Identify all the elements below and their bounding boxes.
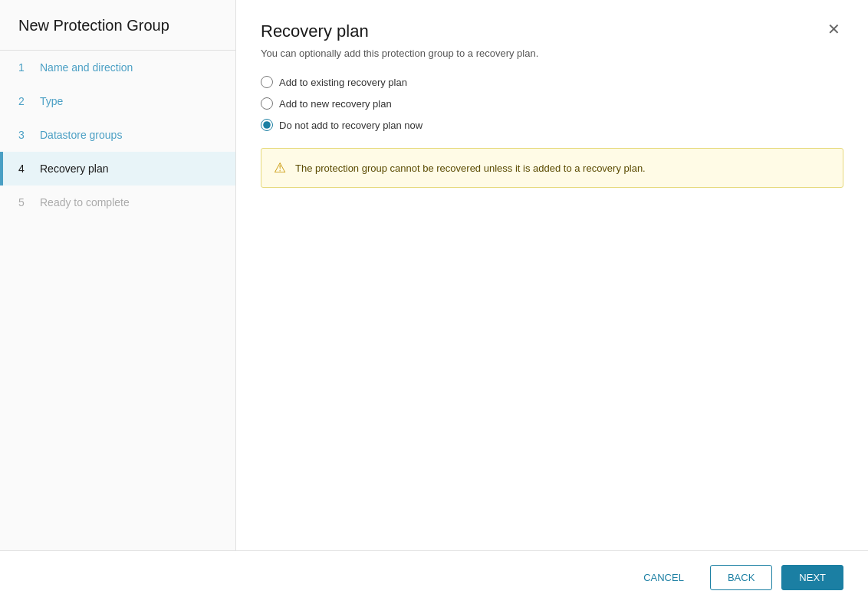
radio-input-2[interactable]	[261, 97, 273, 110]
step-number-3: 3	[18, 129, 32, 141]
step-number-1: 1	[18, 61, 32, 74]
step-label-2: Type	[40, 95, 63, 107]
radio-label-3: Do not add to recovery plan now	[279, 120, 422, 131]
next-button[interactable]: NEXT	[781, 565, 843, 590]
warning-message: The protection group cannot be recovered…	[295, 162, 646, 174]
step-label-1: Name and direction	[40, 61, 133, 74]
sidebar-step-3[interactable]: 3 Datastore groups	[0, 118, 235, 152]
back-button[interactable]: BACK	[710, 565, 772, 590]
dialog-body: New Protection Group 1 Name and directio…	[0, 0, 868, 550]
step-label-3: Datastore groups	[40, 129, 122, 141]
sidebar-step-1[interactable]: 1 Name and direction	[0, 51, 235, 84]
content-subtitle: You can optionally add this protection g…	[261, 48, 843, 59]
sidebar-title: New Protection Group	[0, 0, 235, 51]
sidebar-steps: 1 Name and direction 2 Type 3 Datastore …	[0, 51, 235, 219]
step-label-5: Ready to complete	[40, 196, 130, 208]
sidebar: New Protection Group 1 Name and directio…	[0, 0, 236, 550]
sidebar-step-2[interactable]: 2 Type	[0, 84, 235, 118]
warning-box: ⚠ The protection group cannot be recover…	[261, 148, 843, 188]
radio-option-2[interactable]: Add to new recovery plan	[261, 97, 843, 110]
step-number-2: 2	[18, 95, 32, 107]
step-number-5: 5	[18, 196, 32, 208]
sidebar-step-4[interactable]: 4 Recovery plan	[0, 152, 235, 185]
close-button[interactable]: ✕	[824, 21, 843, 37]
warning-icon: ⚠	[274, 159, 286, 176]
step-label-4: Recovery plan	[40, 162, 109, 175]
close-icon: ✕	[827, 21, 840, 38]
radio-group: Add to existing recovery plan Add to new…	[261, 76, 843, 131]
dialog-new-protection-group: New Protection Group 1 Name and directio…	[0, 0, 868, 604]
page-title: Recovery plan	[261, 21, 369, 41]
radio-input-3[interactable]	[261, 119, 273, 131]
cancel-button[interactable]: CANCEL	[626, 566, 701, 589]
radio-label-1: Add to existing recovery plan	[279, 77, 407, 88]
dialog-footer: CANCEL BACK NEXT	[0, 550, 868, 604]
sidebar-step-5[interactable]: 5 Ready to complete	[0, 185, 235, 219]
main-content: Recovery plan ✕ You can optionally add t…	[236, 0, 868, 550]
radio-option-1[interactable]: Add to existing recovery plan	[261, 76, 843, 88]
content-header: Recovery plan ✕	[261, 21, 843, 41]
radio-option-3[interactable]: Do not add to recovery plan now	[261, 119, 843, 131]
radio-label-2: Add to new recovery plan	[279, 98, 392, 110]
step-number-4: 4	[18, 162, 32, 175]
radio-input-1[interactable]	[261, 76, 273, 88]
